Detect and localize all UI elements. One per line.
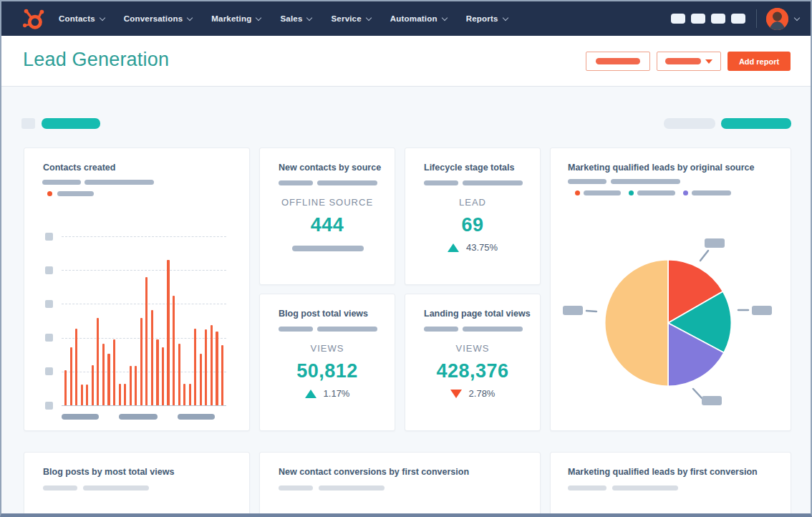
chevron-down-icon <box>306 14 312 20</box>
nav-item-automation[interactable]: Automation <box>390 14 447 23</box>
legend-label-placeholder <box>57 191 94 196</box>
subtitle-placeholder <box>463 180 523 185</box>
subtitle-placeholder <box>279 485 313 491</box>
chevron-down-icon <box>366 14 372 20</box>
bar <box>102 344 105 405</box>
bar <box>162 347 164 405</box>
filter-label-placeholder <box>596 58 640 64</box>
pie-callout-placeholder-left <box>563 306 583 315</box>
bar <box>75 329 77 405</box>
subtitle-placeholder <box>317 327 377 332</box>
subtitle-placeholder <box>279 327 313 332</box>
nav-item-label: Sales <box>280 14 302 23</box>
x-axis-label-placeholder <box>62 414 99 420</box>
report-title: Blog posts by most total views <box>43 467 174 477</box>
trend-icon <box>450 390 462 398</box>
nav-right-tools <box>665 8 799 30</box>
bar <box>145 277 148 405</box>
nav-divider <box>756 9 757 28</box>
nav-item-service[interactable]: Service <box>331 14 370 23</box>
bar <box>189 384 191 405</box>
metric-label: VIEWS <box>260 343 395 354</box>
nav-item-reports[interactable]: Reports <box>466 14 508 23</box>
report-title: New contact conversions by first convers… <box>279 467 469 477</box>
bar <box>135 366 137 405</box>
bar <box>178 344 180 405</box>
bar <box>92 365 94 405</box>
trend-icon <box>305 390 316 398</box>
hubspot-logo-icon[interactable] <box>20 5 47 32</box>
pie-callout-placeholder-top <box>705 238 725 248</box>
y-tick-placeholder <box>45 266 53 274</box>
legend-dot-icon <box>575 190 580 195</box>
bar <box>205 329 207 405</box>
metric-label: OFFLINE SOURCE <box>260 197 395 208</box>
legend-label-placeholder <box>637 190 675 195</box>
metric-label: VIEWS <box>405 343 540 354</box>
report-card-new-contact-conversions: New contact conversions by first convers… <box>259 452 541 517</box>
dashboard-filter-button[interactable] <box>586 52 650 71</box>
dropdown-label-placeholder <box>665 58 701 64</box>
nav-item-label: Service <box>331 14 361 23</box>
user-avatar[interactable] <box>766 8 788 30</box>
report-card-blog-posts-by-most-total-views: Blog posts by most total views <box>24 452 250 517</box>
pie-callout-placeholder-right <box>752 306 772 315</box>
pie-svg <box>601 256 735 390</box>
nav-item-marketing[interactable]: Marketing <box>211 14 261 23</box>
bar <box>211 325 213 405</box>
delta-indicator: 1.17% <box>260 388 395 399</box>
report-title: Blog post total views <box>279 309 368 319</box>
y-tick-placeholder <box>45 402 53 410</box>
nav-item-label: Reports <box>466 14 498 23</box>
report-title: Lifecycle stage totals <box>424 163 514 173</box>
chevron-down-icon <box>502 14 508 20</box>
report-card-contacts-created: Contacts created <box>24 148 250 431</box>
nav-item-label: Automation <box>390 14 438 23</box>
trend-icon <box>448 243 459 252</box>
date-filter-placeholder[interactable] <box>42 118 100 129</box>
toolbar-option-placeholder[interactable] <box>664 118 715 129</box>
subtitle-placeholder <box>319 485 385 491</box>
subtitle-placeholder <box>424 327 458 332</box>
bar <box>97 318 99 405</box>
hubspot-dashboard-window: ContactsConversationsMarketingSalesServi… <box>0 0 812 517</box>
metric-value: 50,812 <box>260 360 395 382</box>
bar <box>86 385 88 405</box>
filter-icon-placeholder[interactable] <box>21 118 35 129</box>
report-card-new-contacts-by-source: New contacts by source OFFLINE SOURCE 44… <box>259 148 395 285</box>
bar <box>140 318 142 405</box>
bar <box>194 329 196 405</box>
report-card-mql-by-first-conversion: Marketing qualified leads by first conve… <box>550 452 791 517</box>
nav-tool-icon-placeholder-2[interactable] <box>691 14 705 24</box>
delta-value: 2.78% <box>469 388 496 399</box>
report-title: Landing page total views <box>424 309 531 319</box>
dashboard-actions-dropdown[interactable] <box>657 52 721 71</box>
subtitle-placeholder <box>424 180 458 185</box>
nav-item-conversations[interactable]: Conversations <box>124 14 192 23</box>
nav-tool-icon-placeholder-4[interactable] <box>731 14 745 24</box>
add-report-button[interactable]: Add report <box>728 52 791 71</box>
bar <box>221 345 223 405</box>
x-axis-label-placeholder <box>119 414 158 420</box>
nav-item-label: Marketing <box>211 14 251 23</box>
delta-value: 1.17% <box>324 388 350 399</box>
bar <box>119 384 121 405</box>
nav-item-contacts[interactable]: Contacts <box>59 14 105 23</box>
chevron-down-icon <box>441 14 447 20</box>
y-tick-placeholder <box>45 233 53 241</box>
metric-value: 69 <box>405 214 540 236</box>
report-card-lifecycle-stage-totals: Lifecycle stage totals LEAD 69 43.75% <box>405 148 541 285</box>
bar <box>216 332 218 405</box>
bar <box>124 384 126 405</box>
toolbar-action-placeholder[interactable] <box>721 118 791 129</box>
subtitle-placeholder <box>43 485 77 491</box>
comparison-placeholder <box>292 246 364 251</box>
nav-tool-icon-placeholder-3[interactable] <box>711 14 725 24</box>
nav-tool-icon-placeholder-1[interactable] <box>671 14 685 24</box>
legend-dot-icon <box>629 190 634 195</box>
nav-item-sales[interactable]: Sales <box>280 14 311 23</box>
delta-indicator: 2.78% <box>405 388 540 399</box>
report-title: Marketing qualified leads by original so… <box>568 163 754 173</box>
account-menu-caret-icon[interactable] <box>794 14 800 20</box>
pie-callout-placeholder-bottom <box>702 396 722 405</box>
